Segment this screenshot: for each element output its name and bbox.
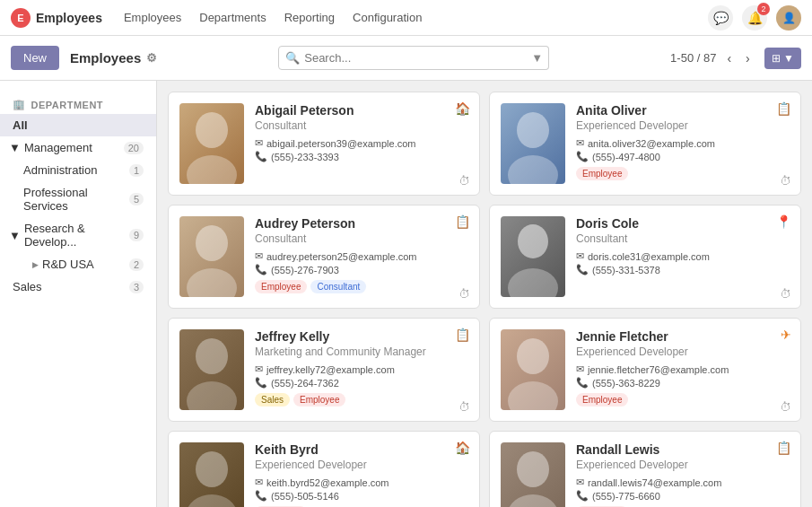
sidebar-item-sales[interactable]: Sales 3	[0, 275, 156, 298]
app-logo[interactable]: E Employees	[11, 8, 102, 28]
employee-email: ✉ jeffrey.kelly72@example.com	[255, 363, 468, 375]
card-clock-icon[interactable]: ⏱	[780, 400, 791, 414]
employee-photo-doris	[501, 216, 565, 297]
employee-card-audrey[interactable]: Audrey Peterson Consultant ✉ audrey.pete…	[168, 205, 480, 309]
sidebar-label-professional-services: Professional Services	[23, 186, 129, 213]
email-icon: ✉	[576, 250, 584, 262]
search-bar: 🔍 ▼	[278, 46, 549, 70]
card-clock-icon[interactable]: ⏱	[458, 174, 470, 188]
employee-title: Consultant	[255, 232, 468, 245]
employee-title: Experienced Developer	[576, 345, 790, 358]
employee-info-abigail: Abigail Peterson Consultant ✉ abigail.pe…	[255, 103, 468, 184]
employee-title: Experienced Developer	[255, 459, 468, 471]
sidebar-item-rdusa[interactable]: ▶ R&D USA 2	[0, 253, 156, 275]
cards-area: Abigail Peterson Consultant ✉ abigail.pe…	[157, 81, 812, 507]
kanban-view-button[interactable]: ⊞ ▼	[764, 48, 801, 69]
employee-card-keith[interactable]: Keith Byrd Experienced Developer ✉ keith…	[168, 431, 480, 507]
svg-point-12	[196, 451, 228, 487]
employee-card-jennie[interactable]: Jennie Fletcher Experienced Developer ✉ …	[489, 318, 801, 422]
nav-employees[interactable]: Employees	[117, 7, 188, 28]
svg-point-11	[508, 381, 558, 410]
sidebar-item-research[interactable]: ▼ Research & Develop... 9	[0, 217, 156, 253]
rdusa-triangle: ▶	[32, 260, 39, 269]
employee-card-abigail[interactable]: Abigail Peterson Consultant ✉ abigail.pe…	[168, 92, 480, 196]
employee-info-jennie: Jennie Fletcher Experienced Developer ✉ …	[576, 329, 790, 410]
tag-sales: Sales	[255, 393, 290, 406]
employee-name: Jennie Fletcher	[576, 329, 790, 344]
sidebar-item-all[interactable]: All	[0, 114, 156, 136]
employee-card-randall[interactable]: Randall Lewis Experienced Developer ✉ ra…	[489, 431, 801, 507]
svg-point-6	[518, 224, 548, 258]
employee-photo-anita	[501, 103, 565, 184]
sidebar-label-sales: Sales	[13, 280, 129, 293]
employee-title: Marketing and Community Manager	[255, 345, 468, 358]
nav-departments[interactable]: Departments	[192, 7, 273, 28]
nav-configuration[interactable]: Configuration	[345, 7, 429, 28]
employee-email: ✉ abigail.peterson39@example.com	[255, 137, 468, 149]
app-name: Employees	[36, 11, 102, 25]
search-dropdown-button[interactable]: ▼	[526, 46, 549, 70]
employee-email: ✉ anita.oliver32@example.com	[576, 137, 790, 149]
employee-info-jeffrey: Jeffrey Kelly Marketing and Community Ma…	[255, 329, 468, 410]
toolbar: New Employees ⚙ 🔍 ▼ 1-50 / 87 ‹ › ⊞ ▼	[0, 36, 812, 81]
employee-email: ✉ audrey.peterson25@example.com	[255, 250, 468, 262]
employee-tags: Employee Consultant	[255, 280, 468, 293]
employee-info-audrey: Audrey Peterson Consultant ✉ audrey.pete…	[255, 216, 468, 297]
phone-icon: 📞	[255, 151, 267, 162]
sidebar: 🏢 DEPARTMENT All ▼ Management 20 Adminis…	[0, 81, 157, 507]
card-clock-icon[interactable]: ⏱	[458, 287, 470, 301]
employee-phone: 📞 (555)-497-4800	[576, 151, 790, 162]
card-clock-icon[interactable]: ⏱	[780, 174, 791, 188]
sales-count: 3	[129, 281, 144, 293]
employee-phone: 📞 (555)-331-5378	[576, 264, 790, 275]
new-button[interactable]: New	[11, 46, 59, 70]
card-clock-icon[interactable]: ⏱	[458, 400, 470, 414]
card-status-icon: 🏠	[455, 441, 470, 455]
next-page-button[interactable]: ›	[742, 49, 754, 67]
employee-photo-audrey	[179, 216, 244, 297]
employee-phone: 📞 (555)-233-3393	[255, 151, 468, 162]
employee-name: Keith Byrd	[255, 442, 468, 457]
sidebar-label-administration: Administration	[23, 163, 129, 177]
phone-icon: 📞	[255, 377, 267, 389]
email-icon: ✉	[255, 476, 263, 488]
email-icon: ✉	[576, 476, 584, 488]
employee-email: ✉ randall.lewis74@example.com	[576, 476, 790, 488]
employee-email: ✉ keith.byrd52@example.com	[255, 476, 468, 488]
sidebar-item-administration[interactable]: Administration 1	[0, 159, 156, 181]
user-avatar[interactable]: 👤	[776, 5, 801, 31]
card-clock-icon[interactable]: ⏱	[780, 287, 791, 301]
svg-point-10	[517, 338, 549, 374]
prev-page-button[interactable]: ‹	[723, 49, 735, 67]
view-toggle: ⊞ ▼	[764, 48, 801, 69]
employee-card-jeffrey[interactable]: Jeffrey Kelly Marketing and Community Ma…	[168, 318, 480, 422]
employee-name: Doris Cole	[576, 216, 790, 231]
topnav-right: 💬 🔔 2 👤	[708, 5, 801, 31]
employee-title: Consultant	[255, 119, 468, 132]
search-input[interactable]	[278, 46, 529, 70]
sidebar-item-management[interactable]: ▼ Management 20	[0, 136, 156, 159]
nav-reporting[interactable]: Reporting	[277, 7, 342, 28]
phone-icon: 📞	[576, 264, 589, 275]
employee-name: Audrey Peterson	[255, 216, 468, 231]
employee-photo-jennie	[501, 329, 565, 410]
employee-photo-jeffrey	[179, 329, 244, 410]
employee-phone: 📞 (555)-264-7362	[255, 377, 468, 389]
pagination-label: 1-50 / 87	[670, 51, 716, 65]
email-icon: ✉	[576, 137, 584, 149]
employee-info-doris: Doris Cole Consultant ✉ doris.cole31@exa…	[576, 216, 790, 297]
management-count: 20	[124, 142, 144, 154]
notifications-button[interactable]: 🔔 2	[742, 5, 767, 31]
chat-button[interactable]: 💬	[708, 5, 733, 31]
settings-icon[interactable]: ⚙	[146, 51, 157, 65]
sidebar-label-management: Management	[24, 141, 120, 154]
employee-card-anita[interactable]: Anita Oliver Experienced Developer ✉ ani…	[489, 92, 801, 196]
employee-info-keith: Keith Byrd Experienced Developer ✉ keith…	[255, 442, 468, 507]
svg-point-7	[508, 268, 558, 297]
nav-links: Employees Departments Reporting Configur…	[117, 7, 429, 28]
employee-card-doris[interactable]: Doris Cole Consultant ✉ doris.cole31@exa…	[489, 205, 801, 309]
tag-employee: Employee	[255, 280, 307, 293]
phone-icon: 📞	[255, 490, 267, 502]
employee-tags: Sales Employee	[255, 393, 468, 406]
sidebar-item-professional-services[interactable]: Professional Services 5	[0, 181, 156, 217]
